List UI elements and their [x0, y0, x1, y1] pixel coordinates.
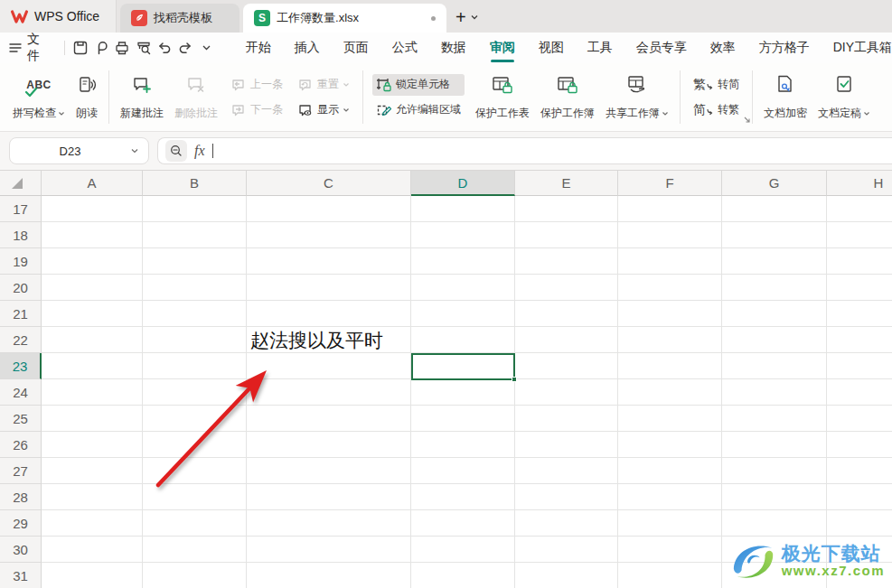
row-header[interactable]: 28: [0, 484, 42, 510]
cell[interactable]: [143, 406, 247, 432]
cell[interactable]: [411, 510, 515, 537]
cell[interactable]: [827, 327, 892, 353]
menu-item[interactable]: 方方格子: [759, 34, 810, 61]
cell[interactable]: [618, 222, 722, 248]
menu-item[interactable]: 会员专享: [636, 34, 687, 61]
cell[interactable]: [143, 458, 247, 484]
fill-handle[interactable]: [512, 377, 517, 382]
tab-workbook-active[interactable]: S 工作簿数量.xlsx: [243, 4, 446, 33]
cell[interactable]: [143, 353, 247, 379]
tab-list-chevron-icon[interactable]: [470, 14, 479, 21]
name-box[interactable]: D23: [9, 137, 149, 164]
cell[interactable]: [827, 563, 892, 588]
cell[interactable]: [42, 406, 143, 432]
tab-docer-templates[interactable]: 找稻壳模板: [120, 4, 239, 33]
cell[interactable]: [515, 379, 618, 406]
next-comment-button[interactable]: 下一条: [227, 99, 286, 121]
allow-edit-range-button[interactable]: 允许编辑区域: [372, 99, 465, 121]
save-button[interactable]: [70, 36, 90, 60]
protect-workbook-button[interactable]: 保护工作簿: [535, 67, 600, 127]
row-header[interactable]: 26: [0, 432, 42, 458]
cell[interactable]: [411, 484, 515, 510]
cell[interactable]: [827, 484, 892, 510]
show-comment-button[interactable]: 显示: [294, 99, 353, 121]
column-header[interactable]: C: [247, 171, 411, 196]
cell[interactable]: [411, 432, 515, 458]
row-header[interactable]: 27: [0, 458, 42, 484]
export-pdf-button[interactable]: [91, 36, 112, 60]
cell[interactable]: [42, 458, 143, 484]
cell[interactable]: [618, 484, 722, 510]
redo-button[interactable]: [174, 36, 195, 60]
formula-input[interactable]: fx: [157, 137, 892, 164]
cell[interactable]: [618, 196, 722, 222]
file-menu-button[interactable]: 文件: [0, 33, 59, 63]
dialog-launcher-icon[interactable]: [743, 116, 751, 124]
cell[interactable]: [247, 406, 411, 432]
share-workbook-button[interactable]: 共享工作簿: [600, 67, 674, 127]
print-preview-button[interactable]: [133, 36, 154, 60]
cell[interactable]: [143, 537, 247, 563]
cell[interactable]: [411, 275, 515, 301]
cell[interactable]: [411, 458, 515, 484]
cell[interactable]: [827, 222, 892, 248]
cell[interactable]: [722, 196, 827, 222]
cell[interactable]: [143, 196, 247, 222]
menu-item[interactable]: DIY工具箱: [833, 34, 892, 61]
cell[interactable]: [42, 484, 143, 510]
row-header[interactable]: 31: [0, 563, 42, 588]
reset-comment-button[interactable]: 重置: [294, 74, 353, 96]
column-header[interactable]: A: [42, 171, 143, 196]
row-header[interactable]: 18: [0, 222, 42, 248]
column-header[interactable]: B: [143, 171, 247, 196]
cell[interactable]: [42, 537, 143, 563]
menu-item[interactable]: 数据: [441, 34, 466, 61]
row-header[interactable]: 23: [0, 353, 42, 379]
cell[interactable]: [42, 327, 143, 353]
cell[interactable]: [827, 353, 892, 379]
cell[interactable]: [515, 484, 618, 510]
new-comment-button[interactable]: 新建批注: [115, 67, 169, 127]
cell[interactable]: [618, 327, 722, 353]
cell[interactable]: [247, 248, 411, 275]
row-header[interactable]: 22: [0, 327, 42, 353]
cell[interactable]: [515, 275, 618, 301]
cell[interactable]: [411, 563, 515, 588]
wps-home-button[interactable]: WPS Office: [0, 0, 117, 33]
cell[interactable]: [618, 432, 722, 458]
zoom-out-icon[interactable]: [165, 140, 187, 162]
cell[interactable]: [42, 563, 143, 588]
cell[interactable]: [722, 275, 827, 301]
cell[interactable]: [618, 275, 722, 301]
lock-cell-button[interactable]: 锁定单元格: [372, 74, 465, 96]
menu-item[interactable]: 效率: [710, 34, 736, 61]
cell[interactable]: [722, 222, 827, 248]
cell[interactable]: [827, 379, 892, 406]
column-header[interactable]: E: [515, 171, 618, 196]
column-header[interactable]: G: [722, 171, 827, 196]
name-box-chevron-icon[interactable]: [130, 148, 139, 154]
cell[interactable]: [827, 510, 892, 537]
traditional-to-simplified-button[interactable]: 繁 转简: [690, 74, 743, 96]
cell[interactable]: [618, 537, 722, 563]
cell[interactable]: [618, 248, 722, 275]
cell[interactable]: [247, 196, 411, 222]
cell[interactable]: [722, 432, 827, 458]
cell[interactable]: [618, 510, 722, 537]
cell[interactable]: [42, 353, 143, 379]
row-header[interactable]: 17: [0, 196, 42, 222]
simplified-to-traditional-button[interactable]: 简 转繁: [690, 99, 743, 121]
column-header[interactable]: D: [411, 171, 515, 196]
doc-encrypt-button[interactable]: 文档加密: [758, 67, 812, 127]
cell[interactable]: [247, 458, 411, 484]
row-header[interactable]: 20: [0, 275, 42, 301]
cell[interactable]: [515, 301, 618, 327]
spell-check-button[interactable]: ABC 拼写检查: [7, 67, 70, 127]
cell[interactable]: [247, 353, 411, 379]
cell[interactable]: [42, 379, 143, 406]
row-header[interactable]: 19: [0, 248, 42, 275]
cell[interactable]: [722, 484, 827, 510]
cell[interactable]: [722, 563, 827, 588]
cell[interactable]: [143, 379, 247, 406]
cell[interactable]: [42, 432, 143, 458]
